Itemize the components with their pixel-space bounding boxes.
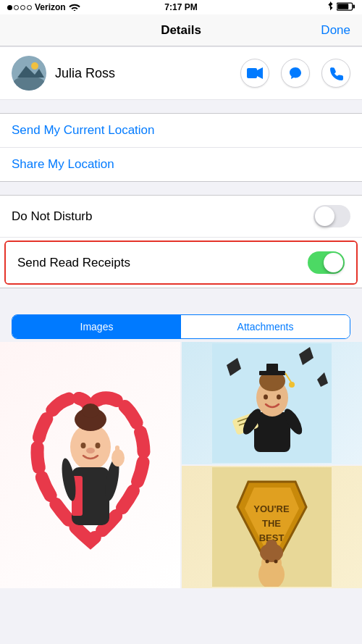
svg-text:YOU'RE: YOU'RE [253, 503, 290, 514]
send-read-receipts-toggle[interactable] [308, 251, 345, 274]
phone-button[interactable] [321, 59, 350, 88]
svg-rect-30 [266, 364, 278, 372]
svg-rect-2 [337, 4, 348, 9]
svg-point-14 [86, 448, 95, 453]
status-right [327, 1, 355, 14]
tabs-container: Images Attachments [0, 314, 362, 339]
svg-point-49 [274, 560, 278, 564]
send-read-receipts-label: Send Read Receipts [17, 256, 130, 270]
do-not-disturb-label: Do Not Disturb [12, 209, 92, 224]
svg-rect-7 [247, 68, 257, 78]
message-button[interactable] [281, 59, 310, 88]
nav-bar: Details Done [0, 14, 362, 46]
svg-point-48 [266, 560, 269, 564]
tab-attachments[interactable]: Attachments [181, 315, 350, 338]
svg-point-11 [82, 403, 99, 418]
status-left: Verizon [7, 2, 80, 13]
svg-point-33 [264, 395, 268, 400]
send-read-receipts-highlight-wrapper: Send Read Receipts [0, 238, 362, 288]
page-title: Details [161, 23, 201, 38]
svg-rect-1 [353, 4, 355, 8]
location-section: Send My Current Location Share My Locati… [0, 113, 362, 182]
svg-point-47 [266, 540, 277, 550]
do-not-disturb-toggle[interactable] [313, 205, 350, 227]
bluetooth-icon [327, 1, 334, 14]
section-gap-2 [0, 182, 362, 195]
tab-images[interactable]: Images [12, 315, 181, 338]
image-cell-3[interactable]: YOU'RE THE BEST [182, 466, 362, 588]
signal-dot-1 [7, 5, 12, 10]
settings-section: Do Not Disturb Send Read Receipts [0, 195, 362, 288]
signal-dot-2 [14, 5, 19, 10]
do-not-disturb-row: Do Not Disturb [0, 196, 362, 238]
send-read-receipts-highlight: Send Read Receipts [4, 241, 358, 285]
section-gap-1 [0, 100, 362, 113]
send-read-receipts-knob [324, 253, 343, 272]
image-2 [182, 342, 362, 464]
status-bar: Verizon 7:17 PM [0, 0, 362, 14]
send-current-location-item[interactable]: Send My Current Location [0, 114, 362, 148]
battery-icon [337, 2, 355, 13]
tabs-row: Images Attachments [12, 314, 350, 339]
send-current-location-label: Send My Current Location [12, 123, 155, 137]
svg-rect-20 [115, 446, 119, 460]
svg-marker-8 [257, 67, 263, 79]
svg-point-12 [80, 443, 85, 448]
svg-point-13 [95, 443, 100, 448]
svg-text:THE: THE [262, 518, 281, 529]
svg-point-32 [289, 382, 295, 388]
do-not-disturb-knob [315, 206, 334, 226]
contact-row: Julia Ross [0, 46, 362, 100]
done-button[interactable]: Done [321, 23, 350, 38]
signal-indicator [7, 5, 32, 10]
video-call-button[interactable] [240, 59, 269, 88]
status-time: 7:17 PM [164, 2, 197, 12]
share-location-item[interactable]: Share My Location [0, 148, 362, 181]
contact-actions [240, 59, 350, 88]
images-grid: YOU'RE THE BEST [0, 342, 362, 588]
section-gap-3 [0, 288, 362, 301]
image-cell-2[interactable] [182, 342, 362, 464]
share-location-label: Share My Location [12, 157, 114, 171]
svg-point-4 [13, 76, 45, 91]
signal-dot-3 [20, 5, 25, 10]
image-3: YOU'RE THE BEST [182, 466, 362, 588]
carrier-name: Verizon [35, 2, 66, 12]
avatar [12, 56, 46, 91]
contact-name: Julia Ross [55, 66, 240, 81]
image-1 [0, 342, 180, 588]
svg-point-6 [31, 62, 38, 70]
wifi-icon [69, 2, 80, 13]
svg-point-34 [277, 395, 281, 400]
image-cell-1[interactable] [0, 342, 180, 588]
signal-dot-4 [27, 5, 32, 10]
send-read-receipts-row: Send Read Receipts [6, 242, 356, 283]
